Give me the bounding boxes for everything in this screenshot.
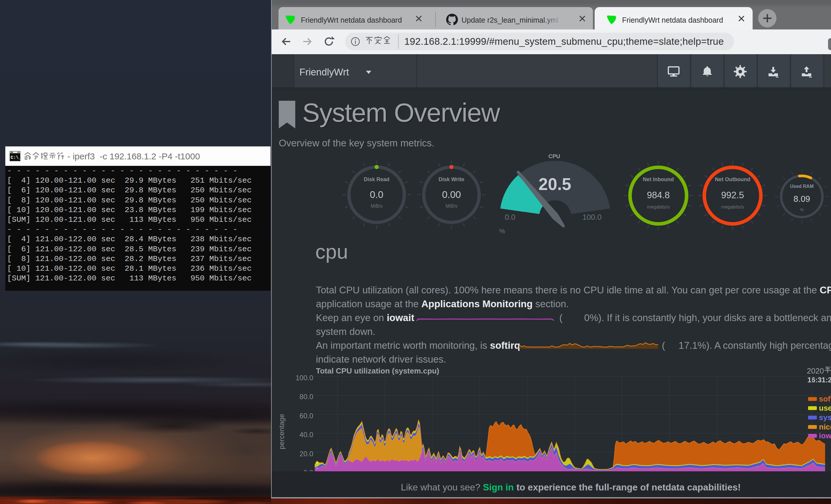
- svg-text:C:\_: C:\_: [10, 155, 20, 160]
